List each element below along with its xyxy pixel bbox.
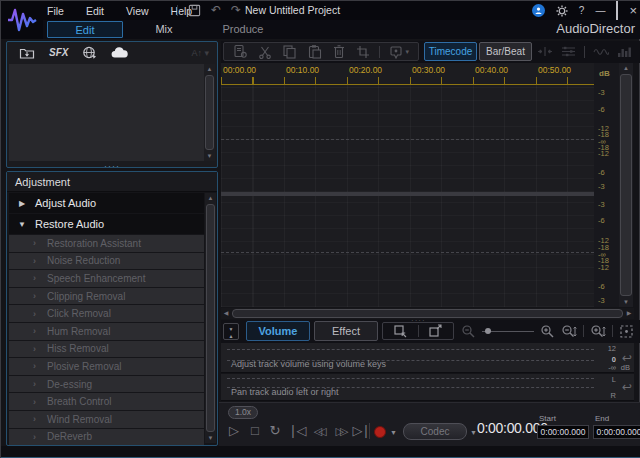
waveform-editor[interactable]	[221, 85, 594, 307]
scroll-up-icon[interactable]: ▲	[205, 193, 216, 203]
remove-keyframe-icon[interactable]	[428, 324, 443, 338]
menu-edit[interactable]: Edit	[86, 5, 104, 17]
go-to-start-button[interactable]: ❘◁	[287, 421, 305, 441]
channel-left[interactable]	[221, 85, 594, 192]
rewind-button[interactable]: ◁◁	[309, 421, 327, 441]
scrollbar-thumb[interactable]	[620, 74, 632, 296]
menu-view[interactable]: View	[126, 5, 149, 17]
reset-volume-icon[interactable]: ↩	[622, 351, 632, 365]
scrollbar-thumb[interactable]	[232, 309, 623, 318]
tab-produce[interactable]: Produce	[205, 21, 281, 38]
cloud-icon[interactable]	[111, 47, 129, 59]
timeline-ruler[interactable]: 00:00.00 00:10.00 00:20.00 00:30.00 00:4…	[221, 63, 594, 85]
close-icon[interactable]: ×	[629, 1, 637, 20]
sort-icon[interactable]: A↑ ▾	[191, 48, 209, 58]
library-content[interactable]: ▲ ▼	[9, 64, 215, 161]
adjustment-scrollbar[interactable]: ▲ ▼	[205, 193, 216, 443]
menu-file[interactable]: File	[47, 5, 64, 17]
barbeat-button[interactable]: Bar/Beat	[479, 42, 532, 61]
panel-splitter-handle[interactable]: ····	[411, 316, 426, 325]
maximize-icon[interactable]	[616, 2, 618, 20]
codec-button[interactable]: Codec	[403, 423, 467, 440]
item-wind-removal[interactable]: ›Wind Removal	[9, 411, 204, 428]
editor-vertical-scrollbar[interactable]: ▲ ▼	[619, 63, 633, 307]
fit-to-window-icon[interactable]	[619, 324, 634, 339]
add-keyframe-icon[interactable]	[393, 324, 408, 338]
zoom-in-vertical-icon[interactable]	[590, 324, 606, 339]
item-clipping-removal[interactable]: ›Clipping Removal	[9, 288, 204, 305]
scroll-down-icon[interactable]: ▼	[204, 151, 215, 161]
snap-selection-icon[interactable]	[537, 45, 553, 58]
collapse-panel-button[interactable]: ▼▲	[223, 323, 239, 340]
marker-icon[interactable]: ▾	[390, 45, 409, 59]
tab-edit[interactable]: Edit	[47, 21, 123, 38]
scroll-up-icon[interactable]: ▲	[619, 63, 633, 73]
scroll-down-icon[interactable]: ▼	[205, 433, 216, 443]
help-icon[interactable]: ?	[579, 1, 585, 20]
scroll-right-icon[interactable]: ▶	[624, 308, 634, 319]
library-scrollbar[interactable]: ▲ ▼	[204, 64, 215, 161]
zoom-out-vertical-icon[interactable]	[561, 324, 577, 339]
cut-scissors-icon[interactable]	[258, 45, 272, 59]
sfx-library-button[interactable]: SFX	[49, 47, 68, 58]
redo-icon[interactable]: ↷	[231, 1, 241, 20]
scrollbar-thumb[interactable]	[206, 204, 215, 432]
delete-trash-icon[interactable]	[332, 44, 346, 59]
item-hiss-removal[interactable]: ›Hiss Removal	[9, 341, 204, 358]
timecode-button[interactable]: Timecode	[424, 42, 477, 61]
stop-button[interactable]: □	[246, 421, 264, 441]
undo-icon[interactable]: ↶	[211, 1, 221, 20]
save-icon[interactable]	[188, 4, 201, 17]
panel-splitter-handle[interactable]: ····	[104, 163, 120, 169]
editor-horizontal-scrollbar[interactable]: ◀ ▶	[221, 308, 634, 319]
item-hum-removal[interactable]: ›Hum Removal	[9, 323, 204, 340]
tab-mix[interactable]: Mix	[126, 21, 202, 38]
group-adjust-audio[interactable]: ▶ Adjust Audio	[9, 193, 204, 213]
tab-volume[interactable]: Volume	[246, 321, 310, 341]
zoom-in-icon[interactable]	[540, 324, 555, 339]
item-noise-reduction[interactable]: ›Noise Reduction	[9, 253, 204, 270]
fast-forward-button[interactable]: ▷▷	[331, 421, 349, 441]
pan-keyframe-row[interactable]: Pan track audio left or right L R ↩	[221, 374, 634, 401]
loop-button[interactable]: ↻	[266, 421, 284, 441]
settings-gear-icon[interactable]	[556, 5, 568, 17]
scroll-left-icon[interactable]: ◀	[221, 308, 231, 319]
waveform-view-icon[interactable]	[593, 46, 609, 58]
zoom-out-icon[interactable]	[461, 324, 476, 339]
play-button[interactable]: ▷	[225, 421, 243, 441]
zoom-slider[interactable]	[482, 326, 534, 336]
volume-keyframe-row[interactable]: Adjust track volume using volume keys 12…	[221, 343, 634, 373]
item-restoration-assistant[interactable]: ›Restoration Assistant	[9, 235, 204, 252]
scroll-up-icon[interactable]: ▲	[204, 64, 215, 74]
trim-icon[interactable]	[356, 45, 370, 59]
end-time-field[interactable]: 0:00:00.000	[593, 425, 640, 439]
import-media-icon[interactable]	[19, 46, 35, 60]
start-time-field[interactable]: 0:00:00.000	[537, 425, 589, 439]
reset-pan-icon[interactable]: ↩	[622, 380, 632, 394]
slider-knob[interactable]	[485, 328, 491, 334]
snap-settings-icon[interactable]	[561, 45, 576, 58]
properties-icon[interactable]	[233, 44, 248, 59]
codec-dropdown-icon[interactable]: ▼	[470, 429, 477, 436]
item-dereverb[interactable]: ›DeReverb	[9, 429, 204, 446]
item-plosive-removal[interactable]: ›Plosive Removal	[9, 358, 204, 375]
item-speech-enhancement[interactable]: ›Speech Enhancement	[9, 270, 204, 287]
copy-icon[interactable]	[282, 44, 297, 59]
item-click-removal[interactable]: ›Click Removal	[9, 305, 204, 322]
playback-speed-button[interactable]: 1.0x	[228, 406, 258, 419]
record-button[interactable]	[374, 426, 386, 438]
minimize-icon[interactable]: —	[595, 1, 605, 20]
item-de-essing[interactable]: ›De-essing	[9, 376, 204, 393]
group-restore-audio[interactable]: ▼ Restore Audio	[9, 214, 204, 234]
tab-effect[interactable]: Effect	[314, 321, 378, 341]
scrollbar-thumb[interactable]	[205, 75, 214, 150]
scroll-down-icon[interactable]: ▼	[619, 297, 633, 307]
channel-right[interactable]	[221, 196, 594, 307]
record-options-dropdown-icon[interactable]: ▼	[390, 429, 397, 436]
item-breath-control[interactable]: ›Breath Control	[9, 393, 204, 410]
go-to-end-button[interactable]: ▷❘	[352, 421, 370, 441]
download-sounds-icon[interactable]	[82, 45, 97, 60]
account-icon[interactable]	[532, 4, 545, 17]
paste-icon[interactable]	[307, 44, 322, 59]
spectrum-view-icon[interactable]	[617, 46, 632, 58]
